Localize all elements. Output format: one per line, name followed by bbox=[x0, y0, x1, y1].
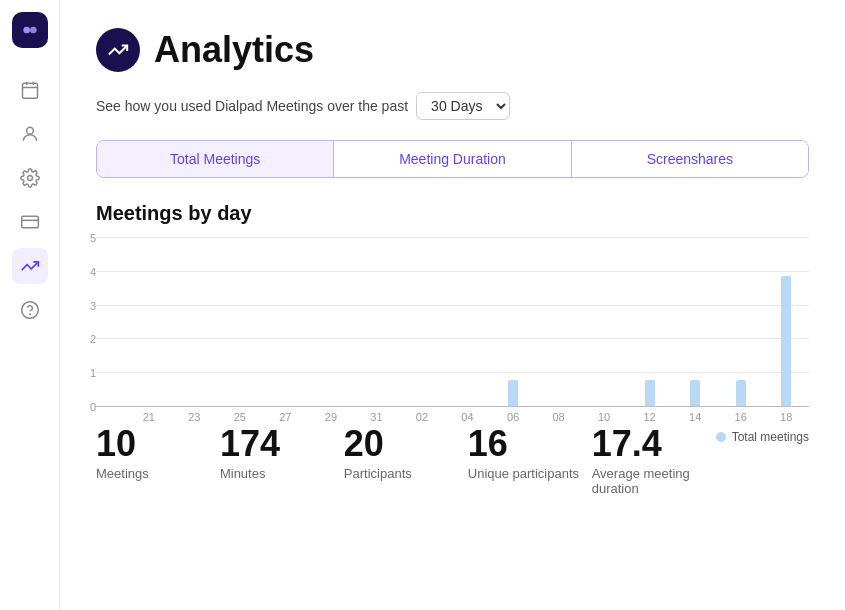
stat-minutes: 174 Minutes bbox=[220, 426, 344, 481]
x-label: 08 bbox=[536, 411, 582, 423]
chart-bar bbox=[690, 380, 700, 406]
chart-bar bbox=[645, 380, 655, 406]
subtitle-text: See how you used Dialpad Meetings over t… bbox=[96, 98, 408, 114]
stat-avg-duration: 17.4 Average meeting duration bbox=[592, 426, 716, 496]
stat-participants-value: 20 bbox=[344, 426, 468, 462]
svg-point-10 bbox=[21, 302, 38, 319]
bar-group bbox=[672, 380, 718, 406]
sidebar-item-contacts[interactable] bbox=[12, 116, 48, 152]
stat-avg-value: 17.4 bbox=[592, 426, 716, 462]
app-logo bbox=[12, 12, 48, 48]
bar-group bbox=[490, 380, 536, 406]
x-label: 18 bbox=[763, 411, 809, 423]
stat-participants: 20 Participants bbox=[344, 426, 468, 481]
subtitle-row: See how you used Dialpad Meetings over t… bbox=[96, 92, 809, 120]
stats-row: 10 Meetings 174 Minutes 20 Participants … bbox=[96, 426, 809, 496]
x-label: 29 bbox=[308, 411, 354, 423]
x-label: 27 bbox=[263, 411, 309, 423]
sidebar-item-calendar[interactable] bbox=[12, 72, 48, 108]
chart-bar bbox=[736, 380, 746, 406]
svg-point-6 bbox=[26, 127, 33, 134]
sidebar-item-help[interactable] bbox=[12, 292, 48, 328]
stat-meetings-label: Meetings bbox=[96, 466, 220, 481]
svg-point-1 bbox=[30, 27, 37, 34]
x-label: 16 bbox=[718, 411, 764, 423]
stat-avg-label: Average meeting duration bbox=[592, 466, 716, 496]
main-content: Analytics See how you used Dialpad Meeti… bbox=[60, 0, 845, 610]
sidebar-item-analytics[interactable] bbox=[12, 248, 48, 284]
x-label: 21 bbox=[126, 411, 172, 423]
stat-minutes-label: Minutes bbox=[220, 466, 344, 481]
sidebar-item-billing[interactable] bbox=[12, 204, 48, 240]
chart-bar bbox=[781, 276, 791, 406]
chart-title: Meetings by day bbox=[96, 202, 809, 225]
x-label: 25 bbox=[217, 411, 263, 423]
svg-rect-8 bbox=[21, 216, 38, 228]
sidebar-item-settings[interactable] bbox=[12, 160, 48, 196]
x-label: 06 bbox=[490, 411, 536, 423]
legend-label: Total meetings bbox=[732, 430, 809, 444]
chart-legend: Total meetings bbox=[716, 426, 809, 444]
stat-participants-label: Participants bbox=[344, 466, 468, 481]
svg-rect-2 bbox=[22, 83, 37, 98]
x-label: 31 bbox=[354, 411, 400, 423]
stat-unique-value: 16 bbox=[468, 426, 592, 462]
page-title: Analytics bbox=[154, 29, 314, 71]
bar-group bbox=[763, 276, 809, 406]
chart-bar bbox=[508, 380, 518, 406]
tabs-container: Total Meetings Meeting Duration Screensh… bbox=[96, 140, 809, 178]
x-label: 04 bbox=[445, 411, 491, 423]
stat-meetings-value: 10 bbox=[96, 426, 220, 462]
svg-point-0 bbox=[23, 27, 30, 34]
time-period-select[interactable]: 7 Days 14 Days 30 Days 90 Days bbox=[416, 92, 510, 120]
page-header: Analytics bbox=[96, 28, 809, 72]
bar-group bbox=[718, 380, 764, 406]
stat-unique-label: Unique participants bbox=[468, 466, 592, 481]
sidebar bbox=[0, 0, 60, 610]
tab-total-meetings[interactable]: Total Meetings bbox=[97, 141, 334, 177]
x-labels: 212325272931020406081012141618 bbox=[126, 411, 809, 423]
svg-point-7 bbox=[27, 176, 32, 181]
stat-meetings: 10 Meetings bbox=[96, 426, 220, 481]
stat-unique-participants: 16 Unique participants bbox=[468, 426, 592, 481]
x-label: 23 bbox=[172, 411, 218, 423]
tab-screenshares[interactable]: Screenshares bbox=[572, 141, 808, 177]
x-label: 12 bbox=[627, 411, 673, 423]
chart-container: Meetings by day 5 4 3 2 bbox=[96, 202, 809, 402]
chart-area: 5 4 3 2 1 0 bbox=[96, 237, 809, 407]
x-label: 14 bbox=[672, 411, 718, 423]
bars-area bbox=[126, 237, 809, 406]
page-icon bbox=[96, 28, 140, 72]
legend-dot bbox=[716, 432, 726, 442]
x-label: 02 bbox=[399, 411, 445, 423]
x-label: 10 bbox=[581, 411, 627, 423]
stat-minutes-value: 174 bbox=[220, 426, 344, 462]
bar-group bbox=[627, 380, 673, 406]
tab-meeting-duration[interactable]: Meeting Duration bbox=[334, 141, 571, 177]
